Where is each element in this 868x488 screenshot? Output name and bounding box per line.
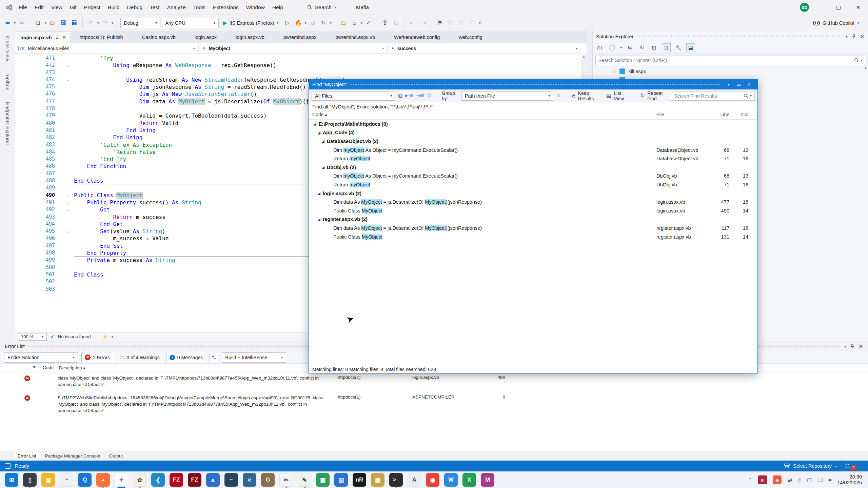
error-row[interactable]: ✕class 'MyObject' and class 'MyObject', … (0, 372, 868, 392)
properties-icon[interactable]: 🔧 (674, 43, 683, 52)
hot-reload-dropdown[interactable]: ▾ (305, 21, 307, 25)
close-icon[interactable]: ✕ (860, 33, 865, 40)
line-column-header[interactable]: Line (706, 112, 729, 117)
fold-collapse-icon[interactable]: ⌄ (62, 199, 74, 206)
code-cleanup-icon[interactable]: ⚡ (102, 334, 107, 340)
taskbar-visual-studio[interactable]: ✦ (115, 473, 128, 487)
group-by-dropdown[interactable]: Path then File▾ (461, 91, 554, 101)
document-tab[interactable]: pwremind.aspx.vb (326, 31, 384, 43)
find-group-row[interactable]: ◢App_Code (4) (309, 128, 757, 137)
account-avatar[interactable]: GD (800, 3, 809, 12)
taskbar-phone-link[interactable]: ▯ (23, 473, 37, 487)
navigate-forward-icon[interactable]: ➡ (17, 18, 26, 28)
indent-decrease-icon[interactable]: ⇤ (408, 18, 417, 28)
taskbar-windows-security[interactable]: ▲ (206, 473, 220, 487)
collapse-all-icon[interactable]: ⇥≡ (416, 92, 424, 99)
copy-results-icon[interactable]: ⧉ (398, 93, 402, 99)
find-match-row[interactable]: Public Class MyObjectregister.aspx.vb131… (309, 232, 757, 241)
find-group-row[interactable]: ◢login.aspx.vb (2) (309, 189, 757, 198)
navigate-back-dropdown[interactable]: ▾ (14, 21, 16, 25)
taskbar-search-app[interactable]: Q (78, 473, 92, 487)
side-tab-endpoints-explorer[interactable]: Endpoints Explorer (5, 102, 10, 145)
new-project-icon[interactable]: 🗋 (34, 18, 43, 28)
toolbar-overflow[interactable]: ▾ (479, 21, 481, 25)
document-tab[interactable]: web.config (449, 31, 492, 43)
hot-reload-icon[interactable]: 🔥 (294, 18, 303, 28)
pending-changes-dropdown[interactable]: ▾ (620, 46, 622, 49)
fold-collapse-icon[interactable]: ⌄ (62, 206, 74, 213)
global-search[interactable]: Search ▾ (307, 4, 336, 11)
redo-dropdown[interactable]: ▾ (112, 21, 113, 25)
taskbar-mysql-workbench[interactable]: ~ (224, 473, 238, 487)
bookmark-icon[interactable]: ⚑ (435, 18, 445, 28)
expand-arrow-icon[interactable]: ◢ (322, 165, 324, 169)
description-column-header[interactable]: Description ▴ (59, 365, 85, 370)
taskbar-screenshot-tool[interactable]: ✂ (279, 473, 293, 487)
preview-selected-icon[interactable]: ⬓ (686, 43, 695, 52)
copy-element-icon[interactable]: ⧉ (391, 18, 401, 28)
breadcrumb-project-dropdown[interactable]: VB Miscellaneous Files▾ (15, 43, 199, 53)
find-scope-dropdown[interactable]: All Files▾ (312, 91, 395, 101)
taskbar-excel-app[interactable]: X (462, 473, 476, 487)
menu-edit[interactable]: Edit (31, 0, 47, 15)
start-debugging-button[interactable]: ▶ IIS Express (Firefox) ▾ (220, 18, 281, 28)
search-find-results-input[interactable]: Search Find Results ▾ (671, 91, 755, 101)
solution-explorer-search[interactable]: Search Solution Explorer (Ctrl+;) ▾ (595, 56, 865, 65)
feedback-icon[interactable] (5, 463, 11, 469)
code-cleanup-dropdown[interactable]: ▾ (112, 335, 113, 339)
taskbar-browser-compass[interactable]: ◔ (60, 473, 73, 487)
menu-file[interactable]: File (15, 0, 31, 15)
window-position-dropdown-icon[interactable]: ▾ (846, 35, 848, 39)
document-tab[interactable]: login.aspx.vb (226, 31, 274, 43)
prev-bookmark-icon[interactable]: ⚐ (446, 18, 456, 28)
scroll-up-icon[interactable]: ▲ (581, 54, 587, 59)
error-source-dropdown[interactable]: Build + IntelliSense▾ (222, 352, 286, 363)
undo-icon[interactable]: ↶ (86, 18, 96, 28)
panel-drag-grip[interactable] (637, 35, 842, 38)
window-drag-grip[interactable] (351, 83, 720, 86)
code-line[interactable]: 473 (15, 69, 581, 76)
pending-changes-icon[interactable]: 🕐 (608, 43, 616, 52)
refresh-icon[interactable]: ↻ (637, 43, 646, 52)
fold-collapse-icon[interactable]: ⌄ (62, 228, 74, 235)
fold-collapse-icon[interactable]: ⌄ (62, 76, 74, 83)
restart-icon[interactable]: ↻ (319, 18, 328, 28)
close-button[interactable]: ✕ (848, 0, 868, 15)
menu-analyze[interactable]: Analyze (163, 0, 190, 15)
taskbar-firefox[interactable]: ◕ (96, 473, 110, 487)
tray-app-icon[interactable]: ◆ (773, 475, 782, 484)
indent-increase-icon[interactable]: ⇥ (419, 18, 428, 28)
document-tab[interactable]: login.aspx (185, 31, 226, 43)
restart-dropdown[interactable]: ▾ (330, 21, 332, 25)
breadcrumb-member-dropdown[interactable]: ✦ success▾ (388, 43, 581, 53)
document-tab[interactable]: httpdocs(1): Publish (70, 31, 132, 43)
taskbar-terminal[interactable]: >_ (389, 473, 403, 487)
fold-collapse-icon[interactable]: ⌄ (62, 192, 74, 199)
show-all-files-icon[interactable]: 🗋 (662, 43, 671, 52)
taskbar-android-studio[interactable]: A (408, 473, 421, 487)
close-icon[interactable]: ✕ (859, 343, 863, 350)
clear-bookmarks-icon[interactable]: ⚐ (468, 18, 477, 28)
expand-arrow-icon[interactable]: ◢ (318, 131, 320, 135)
taskbar-wps-office[interactable]: W (444, 473, 458, 487)
pin-icon[interactable] (850, 344, 854, 349)
menu-view[interactable]: View (47, 0, 66, 15)
browser-link-dropdown[interactable]: ▾ (361, 21, 362, 25)
menu-window[interactable]: Window (242, 0, 269, 15)
menu-debug[interactable]: Debug (123, 0, 146, 15)
browser-link-icon[interactable]: ⌂ (350, 18, 359, 28)
taskbar-notepad-editor[interactable]: ✎ (298, 473, 311, 487)
find-window-title-bar[interactable]: Find "MyObject" ▾ ▭ ✕ (309, 79, 757, 89)
menu-extensions[interactable]: Extensions (209, 0, 242, 15)
pin-icon[interactable] (852, 34, 856, 39)
document-tab[interactable]: login.aspx.vb↧✕ (15, 31, 70, 43)
side-tab-class-view[interactable]: Class View (5, 36, 10, 61)
find-match-row[interactable]: Return myObjectDatabaseObject.vb7116 (309, 154, 757, 163)
close-icon[interactable]: ✕ (744, 79, 754, 89)
find-match-row[interactable]: Dim data As MyObject = js.Deserialize(Of… (309, 224, 757, 232)
find-match-row[interactable]: Return myObjectDbObj.vb7116 (309, 180, 757, 189)
solution-config-dropdown[interactable]: Debug▾ (120, 18, 160, 28)
warnings-filter-button[interactable]: ⚠ 0 of 4 Warnings (117, 353, 163, 362)
bottom-tab-error-list[interactable]: Error List (14, 451, 40, 461)
error-row[interactable]: ✕F:\TMP2\WebSitePublish\httpdocs--184583… (0, 392, 868, 421)
